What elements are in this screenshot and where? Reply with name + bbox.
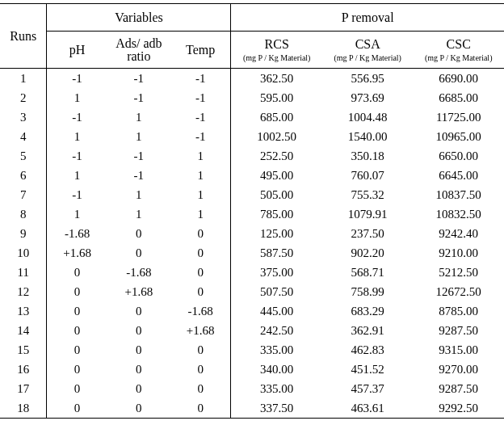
cell-ads: 0 xyxy=(107,224,170,243)
csa-label: CSA xyxy=(355,37,380,51)
cell-rcs: 242.50 xyxy=(231,321,322,340)
cell-temp: 0 xyxy=(170,398,231,419)
cell-run: 9 xyxy=(0,224,47,243)
cell-ads: +1.68 xyxy=(107,282,170,301)
cell-rcs: 505.00 xyxy=(231,185,322,204)
table-row: 110-1.680375.00568.715212.50 xyxy=(0,263,504,282)
cell-csa: 362.91 xyxy=(322,321,414,340)
cell-csc: 9270.00 xyxy=(413,360,504,379)
table-row: 21-1-1595.00973.696685.00 xyxy=(0,88,504,107)
cell-csa: 758.99 xyxy=(322,282,414,301)
rcs-unit: (mg P / Kg Material) xyxy=(236,53,317,62)
cell-temp: -1 xyxy=(170,88,231,107)
cell-csc: 6690.00 xyxy=(413,69,504,89)
group-variables: Variables xyxy=(47,4,231,32)
cell-ph: 0 xyxy=(47,379,107,398)
cell-rcs: 1002.50 xyxy=(231,127,322,146)
col-runs: Runs xyxy=(0,4,47,69)
cell-temp: 1 xyxy=(170,146,231,166)
cell-csa: 568.71 xyxy=(322,263,414,282)
col-csa: CSA (mg P / Kg Material) xyxy=(322,32,414,69)
cell-rcs: 685.00 xyxy=(231,107,322,127)
cell-rcs: 507.50 xyxy=(231,282,322,301)
cell-temp: 0 xyxy=(170,243,231,263)
cell-csa: 973.69 xyxy=(322,88,414,107)
cell-run: 2 xyxy=(0,88,47,107)
cell-temp: 1 xyxy=(170,185,231,204)
cell-rcs: 595.00 xyxy=(231,88,322,107)
cell-ph: -1 xyxy=(47,69,107,89)
cell-ads: 0 xyxy=(107,379,170,398)
cell-rcs: 375.00 xyxy=(231,263,322,282)
cell-ads: 0 xyxy=(107,340,170,360)
cell-csc: 6685.00 xyxy=(413,88,504,107)
cell-csc: 9315.00 xyxy=(413,340,504,360)
cell-run: 6 xyxy=(0,166,47,185)
cell-rcs: 125.00 xyxy=(231,224,322,243)
table-row: 1300-1.68445.00683.298785.00 xyxy=(0,301,504,321)
cell-ph: 0 xyxy=(47,321,107,340)
table-header: Runs Variables P removal pH Ads/ adb rat… xyxy=(0,4,504,69)
cell-rcs: 335.00 xyxy=(231,340,322,360)
table-row: 5-1-11252.50350.186650.00 xyxy=(0,146,504,166)
cell-run: 12 xyxy=(0,282,47,301)
cell-ph: -1 xyxy=(47,185,107,204)
cell-ads: 0 xyxy=(107,360,170,379)
cell-run: 4 xyxy=(0,127,47,146)
group-premoval: P removal xyxy=(231,4,504,32)
cell-csc: 9287.50 xyxy=(413,379,504,398)
cell-ph: 0 xyxy=(47,360,107,379)
rcs-label: RCS xyxy=(265,37,289,51)
cell-ph: 0 xyxy=(47,282,107,301)
cell-run: 8 xyxy=(0,204,47,224)
cell-csc: 9292.50 xyxy=(413,398,504,419)
cell-ads: 1 xyxy=(107,204,170,224)
cell-ph: 1 xyxy=(47,204,107,224)
table-row: 17000335.00457.379287.50 xyxy=(0,379,504,398)
col-temp: Temp xyxy=(170,32,231,69)
cell-rcs: 337.50 xyxy=(231,398,322,419)
cell-rcs: 785.00 xyxy=(231,204,322,224)
cell-ads: -1.68 xyxy=(107,263,170,282)
cell-csc: 6650.00 xyxy=(413,146,504,166)
data-table: Runs Variables P removal pH Ads/ adb rat… xyxy=(0,3,504,419)
cell-run: 11 xyxy=(0,263,47,282)
cell-csa: 237.50 xyxy=(322,224,414,243)
table-row: 16000340.00451.529270.00 xyxy=(0,360,504,379)
cell-temp: 1 xyxy=(170,204,231,224)
cell-rcs: 445.00 xyxy=(231,301,322,321)
cell-temp: -1 xyxy=(170,69,231,89)
col-ph: pH xyxy=(47,32,107,69)
cell-temp: -1 xyxy=(170,127,231,146)
ads-line1: Ads/ adb xyxy=(116,36,162,50)
cell-temp: 0 xyxy=(170,379,231,398)
cell-ph: 1 xyxy=(47,127,107,146)
cell-ads: 1 xyxy=(107,185,170,204)
cell-csc: 12672.50 xyxy=(413,282,504,301)
table-row: 1-1-1-1362.50556.956690.00 xyxy=(0,69,504,89)
table-row: 61-11495.00760.076645.00 xyxy=(0,166,504,185)
cell-ads: -1 xyxy=(107,88,170,107)
table-row: 9-1.6800125.00237.509242.40 xyxy=(0,224,504,243)
cell-csa: 457.37 xyxy=(322,379,414,398)
cell-ph: -1.68 xyxy=(47,224,107,243)
table-row: 18000337.50463.619292.50 xyxy=(0,398,504,419)
cell-csa: 1540.00 xyxy=(322,127,414,146)
cell-rcs: 587.50 xyxy=(231,243,322,263)
cell-csc: 11725.00 xyxy=(413,107,504,127)
cell-run: 1 xyxy=(0,69,47,89)
cell-temp: 0 xyxy=(170,224,231,243)
cell-temp: 1 xyxy=(170,166,231,185)
cell-csc: 10832.50 xyxy=(413,204,504,224)
table-row: 8111785.001079.9110832.50 xyxy=(0,204,504,224)
cell-run: 7 xyxy=(0,185,47,204)
cell-ph: 0 xyxy=(47,398,107,419)
cell-rcs: 495.00 xyxy=(231,166,322,185)
cell-ph: 0 xyxy=(47,340,107,360)
cell-ph: 0 xyxy=(47,301,107,321)
cell-ph: 1 xyxy=(47,166,107,185)
cell-ads: 1 xyxy=(107,127,170,146)
cell-csa: 1079.91 xyxy=(322,204,414,224)
cell-ads: -1 xyxy=(107,69,170,89)
cell-run: 10 xyxy=(0,243,47,263)
